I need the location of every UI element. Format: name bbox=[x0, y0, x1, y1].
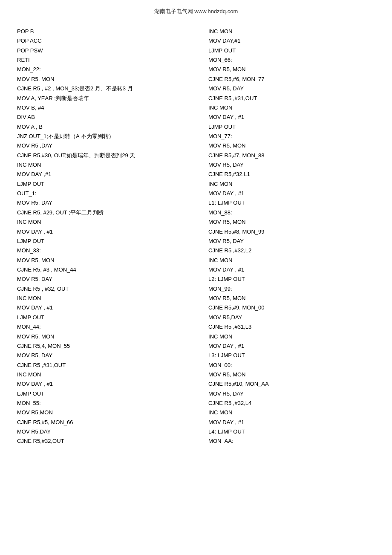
left-line: MOV DAY , #1 bbox=[17, 303, 200, 312]
left-line: MOV R5 ,DAY bbox=[17, 141, 200, 150]
left-line: MOV R5,MON bbox=[17, 408, 200, 417]
left-line: INC MON bbox=[17, 294, 200, 303]
right-line: CJNE R5 ,#31,L3 bbox=[208, 322, 375, 332]
left-line: OUT_1: bbox=[17, 189, 200, 198]
left-line: MOV A , B bbox=[17, 122, 200, 132]
left-line: CJNE R5, #29, OUT ;平年二月判断 bbox=[17, 208, 200, 217]
left-line: MOV R5,DAY bbox=[17, 427, 200, 436]
page-header: 湖南电子电气网 www.hndzdq.com bbox=[0, 0, 392, 19]
left-line: CJNE R5,4, MON_55 bbox=[17, 341, 200, 351]
left-line: LJMP OUT bbox=[17, 237, 200, 246]
right-line: MOV DAY , #1 bbox=[208, 189, 375, 198]
left-line: MOV B, #4 bbox=[17, 103, 200, 113]
right-line: MOV R5, DAY bbox=[208, 237, 375, 246]
left-line: MOV DAY , #1 bbox=[17, 227, 200, 237]
right-line: MON_00: bbox=[208, 361, 375, 370]
left-line: CJNE R5, #3 , MON_44 bbox=[17, 265, 200, 275]
left-line: CJNE R5 ,#31,OUT bbox=[17, 361, 200, 370]
left-line: CJNE R5,#5, MON_66 bbox=[17, 418, 200, 427]
left-line: MOV DAY ,#1 bbox=[17, 170, 200, 179]
left-line: MOV R5, DAY bbox=[17, 198, 200, 208]
right-line: MOV R5, DAY bbox=[208, 84, 375, 93]
right-line: LJMP OUT bbox=[208, 46, 375, 55]
right-line: MOV R5, DAY bbox=[208, 160, 375, 170]
right-line: MON_66: bbox=[208, 55, 375, 65]
right-line: L2: LJMP OUT bbox=[208, 275, 375, 284]
main-content: POP BPOP ACCPOP PSWRETIMON_22:MOV R5, MO… bbox=[0, 19, 392, 455]
left-line: MON_55: bbox=[17, 399, 200, 408]
left-line: MOV DAY , #1 bbox=[17, 379, 200, 389]
left-line: MOV R5, DAY bbox=[17, 351, 200, 360]
right-line: INC MON bbox=[208, 27, 375, 36]
right-line: MON_77: bbox=[208, 132, 375, 141]
right-line: L3: LJMP OUT bbox=[208, 351, 375, 360]
right-line: CJNE R5 ,#32,L4 bbox=[208, 399, 375, 408]
right-line: INC MON bbox=[208, 408, 375, 417]
left-line: LJMP OUT bbox=[17, 179, 200, 189]
left-line: INC MON bbox=[17, 370, 200, 379]
right-line: INC MON bbox=[208, 256, 375, 265]
right-line: MOV R5,DAY bbox=[208, 313, 375, 322]
left-line: CJNE R5,#32,OUT bbox=[17, 436, 200, 446]
left-line: CJNE R5 , #2 , MON_33;是否2 月、不是转3 月 bbox=[17, 84, 200, 93]
left-line: CJNE R5 , #32, OUT bbox=[17, 284, 200, 294]
left-line: INC MON bbox=[17, 160, 200, 170]
right-line: MOV R5, MON bbox=[208, 294, 375, 303]
right-line: L4: LJMP OUT bbox=[208, 427, 375, 436]
left-line: POP ACC bbox=[17, 36, 200, 46]
left-line: CJNE R5,#30, OUT;如是瑞年、判断是否到29 天 bbox=[17, 151, 200, 160]
right-line: MON_AA: bbox=[208, 436, 375, 446]
right-line: CJNE R5 ,#31,OUT bbox=[208, 94, 375, 103]
right-line: MOV DAY , #1 bbox=[208, 418, 375, 427]
left-line: MOV R5, MON bbox=[17, 75, 200, 84]
left-line: MOV A, YEAR ;判断是否瑞年 bbox=[17, 94, 200, 103]
right-line: MOV R5, MON bbox=[208, 65, 375, 74]
header-text: 湖南电子电气网 www.hndzdq.com bbox=[154, 8, 238, 14]
right-line: MOV R5, MON bbox=[208, 141, 375, 150]
left-line: RETI bbox=[17, 55, 200, 65]
left-line: MOV R5, MON bbox=[17, 256, 200, 265]
left-line: MOV R5, MON bbox=[17, 332, 200, 341]
right-line: INC MON bbox=[208, 179, 375, 189]
right-line: CJNE R5,#9, MON_00 bbox=[208, 303, 375, 312]
right-column: INC MONMOV DAY,#1LJMP OUTMON_66:MOV R5, … bbox=[204, 27, 375, 446]
left-line: JNZ OUT_1;不是则转（A 不为零则转） bbox=[17, 132, 200, 141]
left-line: MOV R5, DAY bbox=[17, 275, 200, 284]
left-column: POP BPOP ACCPOP PSWRETIMON_22:MOV R5, MO… bbox=[17, 27, 204, 446]
right-line: LJMP OUT bbox=[208, 122, 375, 132]
left-line: POP PSW bbox=[17, 46, 200, 55]
right-line: INC MON bbox=[208, 332, 375, 341]
left-line: LJMP OUT bbox=[17, 389, 200, 399]
right-line: CJNE R5,#10, MON_AA bbox=[208, 379, 375, 389]
right-line: CJNE R5,#32,L1 bbox=[208, 170, 375, 179]
right-line: MOV DAY , #1 bbox=[208, 341, 375, 351]
right-line: L1: LJMP OUT bbox=[208, 198, 375, 208]
left-line: INC MON bbox=[17, 217, 200, 227]
left-line: MON_44: bbox=[17, 322, 200, 332]
right-line: INC MON bbox=[208, 103, 375, 113]
right-line: CJNE R5,#8, MON_99 bbox=[208, 227, 375, 237]
right-line: CJNE R5 ,#32,L2 bbox=[208, 246, 375, 255]
left-line: POP B bbox=[17, 27, 200, 36]
right-line: MOV DAY , #1 bbox=[208, 113, 375, 122]
right-line: MON_99: bbox=[208, 284, 375, 294]
right-line: MOV R5, MON bbox=[208, 217, 375, 227]
right-line: CJNE R5,#7, MON_88 bbox=[208, 151, 375, 160]
right-line: MOV R5, DAY bbox=[208, 389, 375, 399]
right-line: MOV DAY,#1 bbox=[208, 36, 375, 46]
left-line: LJMP OUT bbox=[17, 313, 200, 322]
right-line: MON_88: bbox=[208, 208, 375, 217]
right-line: MOV R5, MON bbox=[208, 370, 375, 379]
right-line: MOV DAY , #1 bbox=[208, 265, 375, 275]
left-line: MON_33: bbox=[17, 246, 200, 255]
left-line: MON_22: bbox=[17, 65, 200, 74]
left-line: DIV AB bbox=[17, 113, 200, 122]
right-line: CJNE R5,#6, MON_77 bbox=[208, 75, 375, 84]
